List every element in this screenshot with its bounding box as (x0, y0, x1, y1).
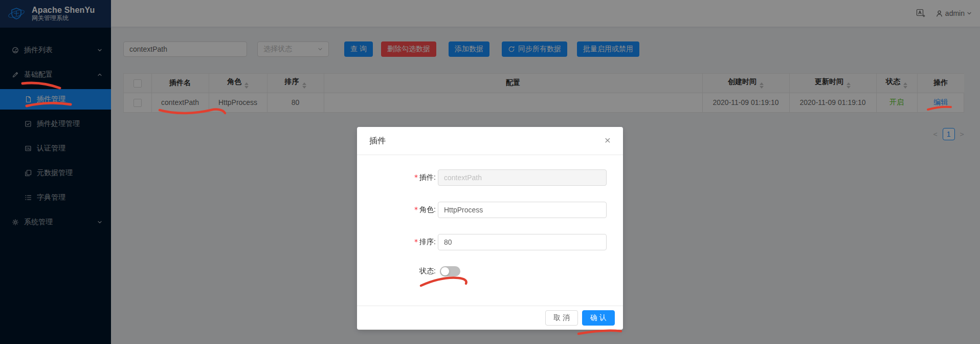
modal-footer: 取 消 确 认 (357, 306, 623, 330)
required-mark: * (414, 238, 418, 246)
required-mark: * (414, 205, 418, 213)
plugin-field-label: *插件: (357, 173, 438, 182)
cancel-button[interactable]: 取 消 (545, 310, 578, 326)
form-row-role: *角色: (357, 202, 623, 218)
form-row-status: 状态: (357, 266, 623, 276)
required-mark: * (414, 173, 418, 181)
status-field-label: 状态: (357, 267, 438, 276)
sort-field[interactable] (438, 234, 607, 250)
role-field-label: *角色: (357, 205, 438, 214)
modal-body: *插件: *角色: *排序: 状态: (357, 155, 623, 306)
toggle-knob (441, 267, 449, 275)
label-text: 状态: (419, 267, 436, 275)
plugin-modal: 插件 × *插件: *角色: *排序: 状态: 取 消 确 认 (357, 127, 623, 330)
form-row-plugin: *插件: (357, 169, 623, 186)
label-text: 插件: (419, 173, 436, 181)
plugin-name-field (438, 169, 607, 186)
role-field[interactable] (438, 202, 607, 218)
form-row-sort: *排序: (357, 234, 623, 250)
sort-field-label: *排序: (357, 238, 438, 247)
label-text: 排序: (419, 238, 436, 246)
modal-title: 插件 (369, 136, 386, 145)
label-text: 角色: (419, 205, 436, 213)
status-toggle[interactable] (440, 266, 460, 276)
modal-header: 插件 × (357, 127, 623, 155)
close-icon[interactable]: × (600, 133, 615, 147)
confirm-button[interactable]: 确 认 (582, 310, 615, 326)
